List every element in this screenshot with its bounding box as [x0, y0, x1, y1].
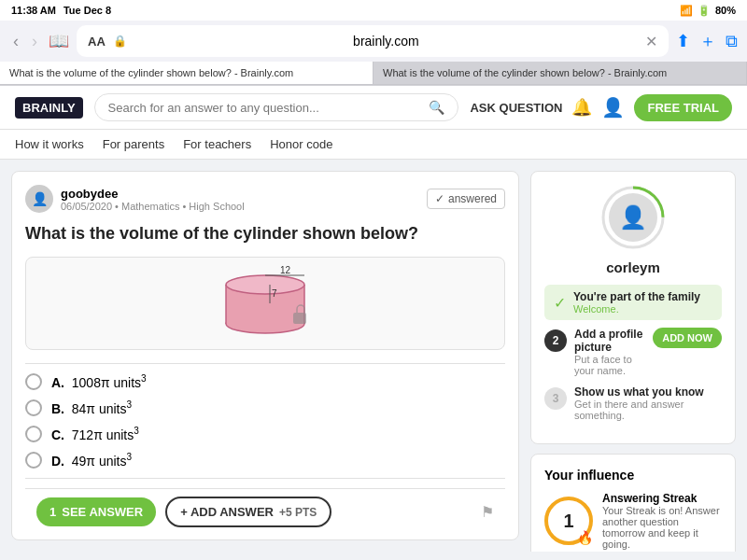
avatar-container: 👤 — [600, 185, 666, 250]
header-actions: ASK QUESTION 🔔 👤 FREE TRIAL — [470, 94, 732, 121]
radio-c[interactable] — [25, 426, 42, 442]
choice-c[interactable]: C. 712π units3 — [25, 426, 505, 442]
nav-for-parents[interactable]: For parents — [103, 137, 164, 151]
share-button[interactable]: ⬆ — [676, 31, 690, 51]
choice-c-label: C. 712π units3 — [51, 426, 139, 442]
browser-toolbar: ‹ › 📖 AA 🔒 brainly.com ✕ ⬆ ＋ ⧉ — [0, 21, 747, 62]
step-3-subtitle: Get in there and answer something. — [574, 399, 722, 421]
check-icon: ✓ — [435, 192, 444, 205]
big-avatar: 👤 — [609, 193, 657, 242]
brainly-logo[interactable]: BRAINLY — [15, 97, 83, 119]
streak-desc: Your Streak is on! Answer another questi… — [602, 505, 722, 550]
see-answer-label: SEE ANSWER — [62, 505, 143, 519]
search-input[interactable] — [108, 101, 422, 115]
question-username: goobydee — [61, 187, 419, 201]
status-time: 11:38 AM — [11, 5, 56, 16]
notification-icon[interactable]: 🔔 — [571, 97, 592, 118]
cylinder-svg: 12 7 — [200, 266, 331, 341]
wifi-icon: 📶 — [680, 5, 693, 17]
family-title: You're part of the family — [573, 290, 700, 303]
back-button[interactable]: ‹ — [9, 30, 22, 53]
user-icon[interactable]: 👤 — [601, 96, 625, 119]
answered-label: answered — [448, 192, 497, 205]
forward-button[interactable]: › — [28, 30, 41, 53]
step-3-text: Show us what you know Get in there and a… — [574, 385, 722, 421]
checklist: ✓ You're part of the family Welcome. 2 A… — [544, 285, 722, 430]
checklist-item-3: 3 Show us what you know Get in there and… — [544, 385, 722, 421]
search-bar[interactable]: 🔍 — [94, 93, 459, 121]
divider-bottom — [25, 478, 505, 479]
main-content: 👤 goobydee 06/05/2020 • Mathematics • Hi… — [0, 160, 747, 552]
points-badge: +5 PTS — [279, 506, 317, 519]
question-level: High School — [189, 201, 244, 212]
radio-b[interactable] — [25, 399, 42, 416]
streak-info: Answering Streak Your Streak is on! Answ… — [602, 492, 722, 550]
search-icon: 🔍 — [429, 100, 444, 115]
new-tab-button[interactable]: ＋ — [699, 30, 716, 52]
battery-icon: 🔋 — [698, 5, 711, 17]
nav-how-it-works[interactable]: How it works — [15, 137, 84, 151]
family-check-icon: ✓ — [554, 294, 566, 312]
add-answer-button[interactable]: + ADD ANSWER +5 PTS — [165, 497, 331, 527]
choice-b-label: B. 84π units3 — [51, 399, 132, 416]
add-now-button[interactable]: ADD NOW — [653, 328, 722, 348]
user-card: 👤 corleym ✓ You're part of the family We… — [530, 171, 736, 444]
question-details: 06/05/2020 • Mathematics • High School — [61, 201, 419, 212]
bottom-bar: 1 SEE ANSWER + ADD ANSWER +5 PTS ⚑ — [25, 488, 505, 535]
free-trial-button[interactable]: FREE TRIAL — [634, 94, 732, 121]
influence-card: Your influence 1 🔥 Answering Streak Your… — [530, 454, 736, 552]
site-nav: How it works For parents For teachers Ho… — [0, 130, 747, 160]
svg-text:7: 7 — [272, 288, 277, 299]
family-text: You're part of the family Welcome. — [573, 290, 700, 315]
battery-level: 80% — [715, 5, 736, 16]
streak-flame-icon: 🔥 — [577, 530, 593, 545]
family-sub: Welcome. — [573, 303, 700, 315]
choice-a-label: A. 1008π units3 — [51, 373, 147, 390]
svg-text:12: 12 — [280, 266, 291, 275]
clear-address-button[interactable]: ✕ — [645, 33, 657, 50]
bookmarks-button[interactable]: 📖 — [49, 31, 69, 51]
radio-d[interactable] — [25, 452, 42, 469]
flag-button[interactable]: ⚑ — [481, 503, 494, 521]
status-bar: 11:38 AM Tue Dec 8 📶 🔋 80% — [0, 0, 747, 21]
see-answer-number: 1 — [49, 505, 56, 519]
address-text: brainly.com — [134, 34, 638, 49]
browser-tabs: What is the volume of the cylinder shown… — [0, 62, 747, 85]
step-2-text: Add a profile picture Put a face to your… — [574, 328, 645, 376]
aa-label: AA — [88, 35, 106, 49]
tab-2[interactable]: What is the volume of the cylinder shown… — [374, 62, 747, 84]
ask-question-button[interactable]: ASK QUESTION — [470, 101, 562, 115]
browser-chrome: ‹ › 📖 AA 🔒 brainly.com ✕ ⬆ ＋ ⧉ What is t… — [0, 21, 747, 86]
address-bar[interactable]: AA 🔒 brainly.com ✕ — [77, 25, 669, 57]
choice-a[interactable]: A. 1008π units3 — [25, 373, 505, 390]
question-meta-info: goobydee 06/05/2020 • Mathematics • High… — [61, 187, 419, 212]
streak-section: 1 🔥 Answering Streak Your Streak is on! … — [544, 492, 722, 550]
lock-icon: 🔒 — [113, 35, 127, 48]
step-2-circle: 2 — [544, 329, 567, 352]
sidebar-username: corleym — [606, 259, 660, 275]
right-sidebar: 👤 corleym ✓ You're part of the family We… — [530, 171, 736, 540]
cylinder-image-area: 12 7 — [25, 257, 505, 350]
influence-title: Your influence — [544, 468, 722, 483]
family-banner: ✓ You're part of the family Welcome. — [544, 285, 722, 320]
svg-rect-9 — [293, 313, 306, 324]
tabs-button[interactable]: ⧉ — [726, 32, 738, 51]
checklist-item-2: 2 Add a profile picture Put a face to yo… — [544, 328, 722, 376]
nav-honor-code[interactable]: Honor code — [270, 137, 332, 151]
answered-badge: ✓ answered — [427, 189, 505, 209]
add-answer-label: + ADD ANSWER — [180, 505, 274, 519]
choice-d[interactable]: D. 49π units3 — [25, 452, 505, 469]
nav-for-teachers[interactable]: For teachers — [183, 137, 251, 151]
choice-b[interactable]: B. 84π units3 — [25, 399, 505, 416]
see-answer-button[interactable]: 1 SEE ANSWER — [36, 497, 156, 526]
radio-a[interactable] — [25, 373, 42, 390]
question-date: 06/05/2020 — [61, 201, 112, 212]
question-subject: Mathematics — [121, 201, 179, 212]
tab-1[interactable]: What is the volume of the cylinder shown… — [0, 62, 374, 84]
streak-circle: 1 🔥 — [544, 497, 593, 545]
streak-label: Answering Streak — [602, 492, 722, 505]
streak-count: 1 — [563, 511, 573, 532]
answer-choices: A. 1008π units3 B. 84π units3 C. 712π un… — [25, 373, 505, 469]
question-panel: 👤 goobydee 06/05/2020 • Mathematics • Hi… — [11, 171, 519, 540]
site-header: BRAINLY 🔍 ASK QUESTION 🔔 👤 FREE TRIAL — [0, 86, 747, 130]
